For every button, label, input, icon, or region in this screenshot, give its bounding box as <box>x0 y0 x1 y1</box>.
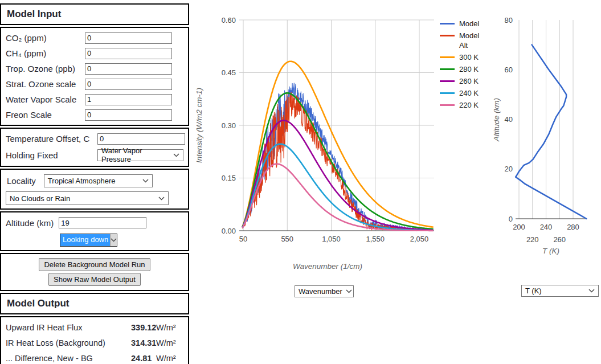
trop-ozone-input[interactable] <box>85 63 172 75</box>
profile-variable-select[interactable]: T (K) <box>521 285 599 297</box>
wavenumber-axis-select[interactable]: Wavenumber <box>295 285 354 297</box>
legend-item: Model <box>440 19 488 28</box>
holding-fixed-label: Holding Fixed <box>6 150 58 160</box>
svg-text:0.30: 0.30 <box>222 121 236 130</box>
legend-item: Model Alt <box>440 31 488 50</box>
field-row: Freon Scale <box>1 107 188 122</box>
legend-swatch <box>440 104 455 106</box>
svg-text:260: 260 <box>553 235 566 244</box>
field-row: Holding Fixed Water Vapor Pressure <box>1 146 188 163</box>
legend-item: 260 K <box>440 76 488 86</box>
output-value: 339.12 <box>131 323 156 332</box>
output-unit: W/m² <box>156 323 183 332</box>
clouds-value: No Clouds or Rain <box>10 194 70 203</box>
locality-select[interactable]: Tropical Atmosphere <box>44 174 153 187</box>
legend-item: 300 K <box>440 52 488 62</box>
field-row: Trop. Ozone (ppb) <box>1 61 188 76</box>
model-input-title: Model Input <box>1 5 188 24</box>
control-panel: Model Input CO₂ (ppm) CH₄ (ppm) Trop. Oz… <box>0 3 189 364</box>
svg-text:1,550: 1,550 <box>366 235 385 243</box>
legend-label: Model <box>459 19 488 28</box>
temp-offset-label: Temperature Offset, C <box>6 134 89 144</box>
legend-item: 280 K <box>440 64 488 74</box>
locality-label: Locality <box>7 176 36 186</box>
chevron-down-icon <box>158 197 165 201</box>
chevron-down-icon <box>588 289 595 293</box>
freon-label: Freon Scale <box>6 110 52 120</box>
temperature-profile-chart: 020406080200220240260280T (K)Altitude (k… <box>490 0 601 308</box>
gas-inputs-box: CO₂ (ppm) CH₄ (ppm) Trop. Ozone (ppb) St… <box>0 27 189 126</box>
holding-fixed-select[interactable]: Water Vapor Pressure <box>97 149 183 161</box>
locality-value: Tropical Atmosphere <box>48 177 116 185</box>
altitude-box: Altitude (km) Looking down <box>0 211 189 251</box>
svg-text:T (K): T (K) <box>542 247 559 255</box>
svg-text:280: 280 <box>567 223 579 231</box>
field-row: Looking down <box>1 231 188 248</box>
output-value: 314.31 <box>131 338 156 347</box>
spectrum-chart: 0.000.150.300.450.60505501,0501,5502,050… <box>194 0 444 308</box>
legend-swatch <box>440 56 455 58</box>
svg-text:50: 50 <box>239 235 247 243</box>
output-label: IR Heat Loss (Background) <box>6 338 131 347</box>
altitude-input[interactable] <box>59 217 146 228</box>
strat-ozone-input[interactable] <box>85 79 172 90</box>
output-unit: W/m² <box>156 354 183 363</box>
svg-text:Wavenumber (1/cm): Wavenumber (1/cm) <box>293 262 362 271</box>
svg-text:550: 550 <box>281 235 293 243</box>
legend-swatch <box>440 92 455 94</box>
svg-text:0: 0 <box>509 215 513 223</box>
output-value: 24.81 <box>131 354 156 363</box>
ch4-input[interactable] <box>85 48 172 59</box>
legend-swatch <box>440 23 455 24</box>
buttons-box: Delete Background Model Run Show Raw Mod… <box>0 253 189 291</box>
legend-item: 220 K <box>440 100 488 110</box>
chevron-down-icon <box>346 289 352 293</box>
select-arrow <box>110 234 117 246</box>
co2-label: CO₂ (ppm) <box>6 33 47 43</box>
legend-label: Model Alt <box>459 31 488 50</box>
svg-text:40: 40 <box>505 115 513 124</box>
freon-input[interactable] <box>85 109 172 121</box>
output-label: Upward IR Heat Flux <box>6 323 131 332</box>
svg-text:220: 220 <box>526 235 539 244</box>
wavenumber-axis-value: Wavenumber <box>299 287 342 296</box>
chevron-down-icon <box>111 238 117 242</box>
water-vapor-label: Water Vapor Scale <box>6 95 76 104</box>
water-vapor-input[interactable] <box>85 94 172 105</box>
legend-item: 240 K <box>440 88 488 98</box>
legend-label: 280 K <box>459 64 488 74</box>
svg-text:0.60: 0.60 <box>222 16 236 24</box>
svg-text:1,050: 1,050 <box>322 235 341 243</box>
model-output-box: Upward IR Heat Flux 339.12 W/m² IR Heat … <box>0 316 189 364</box>
temperature-offset-input[interactable] <box>97 133 185 145</box>
output-label: ... Difference, New - BG <box>6 354 131 363</box>
legend-label: 220 K <box>459 100 488 110</box>
legend-swatch <box>440 68 455 70</box>
output-row: Upward IR Heat Flux 339.12 W/m² <box>1 320 188 335</box>
holding-fixed-value: Water Vapor Pressure <box>101 146 170 163</box>
svg-text:0.00: 0.00 <box>222 227 236 235</box>
show-raw-output-button[interactable]: Show Raw Model Output <box>48 273 141 286</box>
profile-variable-value: T (K) <box>525 287 542 295</box>
legend-swatch <box>440 80 455 82</box>
model-output-header-box: Model Output <box>0 293 189 314</box>
svg-text:0.15: 0.15 <box>222 174 236 182</box>
clouds-select[interactable]: No Clouds or Rain <box>6 191 169 205</box>
legend-swatch <box>440 35 455 36</box>
svg-text:240: 240 <box>540 223 553 231</box>
looking-direction-select[interactable]: Looking down <box>60 234 117 247</box>
chart-legend: ModelModel Alt300 K280 K260 K240 K220 K <box>440 19 488 112</box>
locality-box: Locality Tropical Atmosphere No Clouds o… <box>0 169 189 210</box>
field-row: Strat. Ozone scale <box>1 76 188 92</box>
model-output-title: Model Output <box>1 294 188 313</box>
legend-label: 300 K <box>459 52 488 62</box>
co2-input[interactable] <box>85 32 172 44</box>
delete-background-button[interactable]: Delete Background Model Run <box>39 258 150 271</box>
svg-text:Intensity (W/m2 cm-1): Intensity (W/m2 cm-1) <box>195 88 203 163</box>
altitude-label: Altitude (km) <box>6 218 54 228</box>
legend-label: 240 K <box>459 88 488 98</box>
svg-text:2,050: 2,050 <box>410 235 429 243</box>
output-unit: W/m² <box>156 338 183 347</box>
svg-text:60: 60 <box>505 66 513 74</box>
output-row: ... Difference, New - BG 24.81 W/m² <box>1 350 188 364</box>
